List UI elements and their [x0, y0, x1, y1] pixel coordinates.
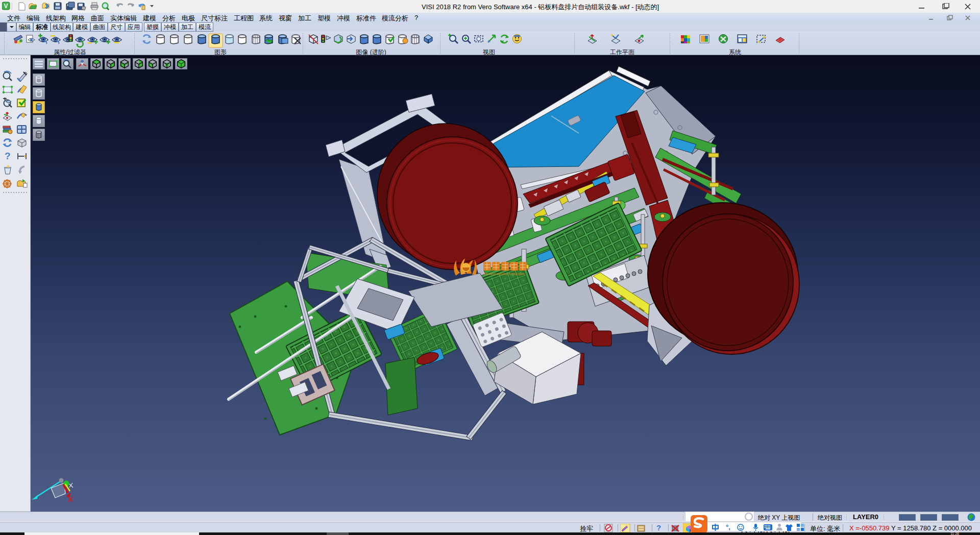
svg-text:?: ? [5, 151, 11, 161]
svg-text:PRUDENT MANUFACTURING DATA: PRUDENT MANUFACTURING DATA [484, 273, 525, 276]
svg-text:V: V [4, 3, 8, 10]
